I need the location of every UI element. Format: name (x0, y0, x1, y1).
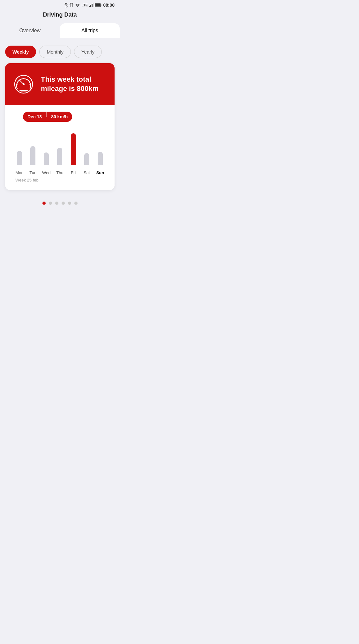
bottom-area (0, 211, 120, 275)
dot-1[interactable] (42, 202, 46, 205)
signal-icon (89, 3, 93, 7)
svg-rect-4 (73, 6, 73, 6)
bar-wed (44, 152, 49, 165)
filter-yearly[interactable]: Yearly (74, 46, 102, 58)
tooltip-speed: 80 km/h (47, 112, 72, 122)
chart-section: Dec 13 80 km/h (5, 105, 115, 190)
svg-rect-5 (89, 6, 90, 7)
bar-col-sun[interactable] (93, 152, 107, 165)
bar-col-wed[interactable] (40, 152, 53, 165)
vibrate-icon (69, 3, 74, 8)
mileage-text: This week total mileage is 800km (41, 75, 107, 93)
speedometer-icon (13, 73, 34, 95)
svg-point-14 (23, 83, 25, 85)
label-sun: Sun (93, 170, 107, 175)
lte-indicator: LTE (81, 3, 88, 7)
tab-overview[interactable]: Overview (0, 23, 60, 38)
bar-fri (71, 133, 76, 165)
bar-col-thu[interactable] (53, 148, 66, 165)
svg-rect-0 (70, 3, 73, 7)
bar-thu (57, 148, 62, 165)
wifi-icon (75, 3, 80, 7)
svg-rect-1 (70, 4, 70, 4)
bar-mon (17, 151, 22, 165)
svg-rect-6 (90, 5, 91, 7)
page-title: Driving Data (43, 11, 77, 18)
svg-rect-2 (70, 6, 70, 6)
svg-rect-3 (73, 4, 73, 4)
status-bar: LTE 08:00 (0, 0, 120, 9)
label-sat: Sat (80, 170, 93, 175)
label-wed: Wed (40, 170, 53, 175)
filter-weekly[interactable]: Weekly (5, 46, 36, 58)
clock: 08:00 (103, 3, 115, 8)
label-thu: Thu (53, 170, 66, 175)
filter-row: Weekly Monthly Yearly (0, 39, 120, 63)
battery-icon (95, 3, 102, 7)
bluetooth-icon (64, 3, 68, 8)
status-icons: LTE 08:00 (64, 3, 115, 8)
dot-3[interactable] (55, 202, 58, 205)
dot-2[interactable] (49, 202, 52, 205)
svg-rect-10 (101, 4, 101, 6)
bar-sat (84, 153, 89, 165)
label-mon: Mon (13, 170, 26, 175)
dot-6[interactable] (74, 202, 78, 205)
tab-all-trips[interactable]: All trips (60, 23, 120, 38)
filter-monthly[interactable]: Monthly (39, 46, 71, 58)
page-header: Driving Data (0, 9, 120, 23)
day-labels: Mon Tue Wed Thu Fri Sat Sun (10, 168, 109, 175)
bar-chart (10, 127, 109, 165)
bar-tue (30, 146, 35, 165)
svg-rect-8 (93, 3, 93, 7)
dot-5[interactable] (68, 202, 71, 205)
mileage-card: This week total mileage is 800km Dec 13 … (5, 63, 115, 190)
bar-col-fri[interactable] (67, 133, 80, 165)
dot-indicators (0, 195, 120, 211)
week-label: Week 25 feb (10, 175, 109, 184)
chart-tooltip: Dec 13 80 km/h (23, 112, 72, 122)
bar-col-mon[interactable] (13, 151, 26, 165)
svg-rect-11 (95, 4, 100, 6)
svg-rect-7 (92, 4, 93, 7)
dot-4[interactable] (62, 202, 65, 205)
label-tue: Tue (26, 170, 40, 175)
label-fri: Fri (67, 170, 80, 175)
tab-bar: Overview All trips (0, 23, 120, 39)
bar-sun (98, 152, 103, 165)
tooltip-date: Dec 13 (23, 112, 46, 122)
bar-col-sat[interactable] (80, 153, 93, 165)
card-header: This week total mileage is 800km (5, 63, 115, 105)
bar-col-tue[interactable] (26, 146, 40, 165)
